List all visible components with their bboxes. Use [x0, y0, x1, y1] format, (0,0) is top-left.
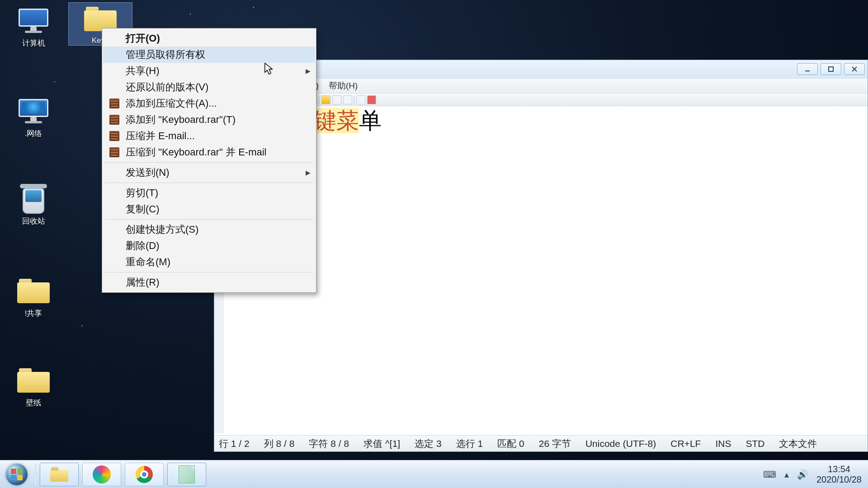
toolbar-separator [319, 96, 320, 104]
toolbar-button[interactable] [343, 95, 352, 104]
ctx-add-to-archive[interactable]: 添加到压缩文件(A)... [103, 95, 315, 112]
ctx-share[interactable]: 共享(H)▶ [103, 63, 315, 79]
submenu-arrow-icon: ▶ [306, 67, 311, 75]
desktop-icon-computer[interactable]: 计算机 [11, 5, 56, 48]
status-std: STD [745, 438, 764, 449]
ctx-send-to[interactable]: 发送到(N)▶ [103, 164, 315, 181]
ctx-admin-ownership[interactable]: 管理员取得所有权 [103, 47, 315, 63]
statusbar: 行 1 / 2 列 8 / 8 字符 8 / 8 求值 ^[1] 选定 3 选行… [214, 435, 868, 451]
ctx-separator [105, 272, 313, 272]
toolbar-button[interactable] [332, 95, 341, 104]
status-sel: 选定 3 [415, 437, 442, 450]
system-tray: ⌨ ▴ 🔊 13:54 2020/10/28 [763, 460, 868, 488]
taskbar: ⌨ ▴ 🔊 13:54 2020/10/28 [0, 460, 868, 488]
context-menu: 打开(O) 管理员取得所有权 共享(H)▶ 还原以前的版本(V) 添加到压缩文件… [102, 28, 316, 293]
svg-rect-1 [829, 67, 833, 71]
ctx-cut[interactable]: 剪切(T) [103, 185, 315, 201]
desktop-icon-label: 计算机 [11, 38, 56, 48]
volume-icon[interactable]: 🔊 [797, 469, 808, 480]
folder-icon [17, 275, 50, 307]
notepad-icon [179, 465, 195, 483]
status-enc: Unicode (UTF-8) [585, 438, 656, 449]
desktop-icon-label: 回收站 [11, 216, 56, 226]
ctx-copy[interactable]: 复制(C) [103, 201, 315, 217]
editor-area[interactable]: 攵文件右键菜单 [223, 106, 868, 433]
toolbar-button[interactable] [367, 95, 376, 104]
clock[interactable]: 13:54 2020/10/28 [816, 464, 862, 485]
rar-icon [109, 115, 119, 125]
explorer-icon [50, 467, 68, 482]
desktop-icon-label: 壁纸 [11, 398, 56, 408]
cursor-icon [264, 63, 274, 77]
desktop-icon-wallpaper[interactable]: 壁纸 [11, 364, 56, 408]
status-row: 行 1 / 2 [219, 437, 250, 450]
tray-arrow-icon[interactable]: ▴ [784, 469, 789, 480]
submenu-arrow-icon: ▶ [306, 169, 311, 176]
ctx-create-shortcut[interactable]: 创建快捷方式(S) [103, 221, 315, 238]
ctx-restore-previous[interactable]: 还原以前的版本(V) [103, 79, 315, 95]
ctx-delete[interactable]: 删除(D) [103, 238, 315, 254]
rar-icon [109, 147, 119, 157]
ctx-open[interactable]: 打开(O) [103, 30, 315, 47]
keyboard-icon[interactable]: ⌨ [763, 469, 776, 480]
editor-text: 单 [359, 108, 382, 133]
status-match: 匹配 0 [497, 437, 524, 450]
chrome-icon [136, 466, 153, 483]
desktop-icon-share[interactable]: !共享 [11, 275, 56, 319]
ctx-properties[interactable]: 属性(R) [103, 274, 315, 291]
ctx-separator [105, 162, 313, 163]
status-type: 文本文件 [779, 437, 817, 450]
clock-time: 13:54 [816, 464, 862, 474]
ctx-compress-email[interactable]: 压缩并 E-mail... [103, 128, 315, 144]
status-bytes: 26 字节 [539, 437, 571, 450]
browser-icon [93, 465, 111, 483]
close-button[interactable] [844, 63, 865, 75]
clock-date: 2020/10/28 [816, 474, 862, 485]
start-button[interactable] [0, 460, 33, 488]
taskbar-separator [35, 464, 36, 485]
windows-logo-icon [11, 469, 23, 480]
toolbar-button[interactable] [356, 95, 365, 104]
taskbar-explorer[interactable] [40, 463, 79, 486]
toolbar-button[interactable] [321, 95, 330, 104]
recycle-bin-icon [17, 183, 50, 215]
computer-icon [17, 5, 50, 37]
status-col: 列 8 / 8 [264, 437, 295, 450]
taskbar-chrome[interactable] [125, 463, 164, 486]
desktop-icon-label: !共享 [11, 308, 56, 319]
network-icon [17, 95, 50, 127]
status-ins: INS [715, 438, 731, 449]
status-char: 字符 8 / 8 [309, 437, 349, 450]
rar-icon [109, 131, 119, 141]
ctx-rename[interactable]: 重命名(M) [103, 254, 315, 270]
toolbar-separator [354, 96, 354, 104]
maximize-button[interactable] [821, 63, 841, 75]
status-eol: CR+LF [670, 438, 701, 449]
status-selrow: 选行 1 [456, 437, 483, 450]
taskbar-notepad[interactable] [167, 463, 206, 486]
status-eval: 求值 ^[1] [363, 437, 400, 450]
rar-icon [109, 99, 119, 108]
ctx-add-to-rar[interactable]: 添加到 "Keyboard.rar"(T) [103, 112, 315, 128]
ctx-separator [105, 183, 313, 183]
taskbar-browser1[interactable] [82, 463, 121, 486]
ctx-compress-rar-email[interactable]: 压缩到 "Keyboard.rar" 并 E-mail [103, 144, 315, 160]
folder-icon [17, 364, 50, 397]
desktop[interactable]: 计算机 Keyb .网络 回收站 !共享 壁纸 ad3 （管理员权限） [0, 0, 868, 488]
desktop-icon-label: .网络 [11, 128, 56, 139]
menu-help[interactable]: 帮助(H) [325, 79, 361, 93]
ctx-separator [105, 219, 313, 220]
minimize-button[interactable] [797, 63, 818, 75]
desktop-icon-recycle-bin[interactable]: 回收站 [11, 183, 56, 226]
desktop-icon-network[interactable]: .网络 [11, 95, 56, 139]
